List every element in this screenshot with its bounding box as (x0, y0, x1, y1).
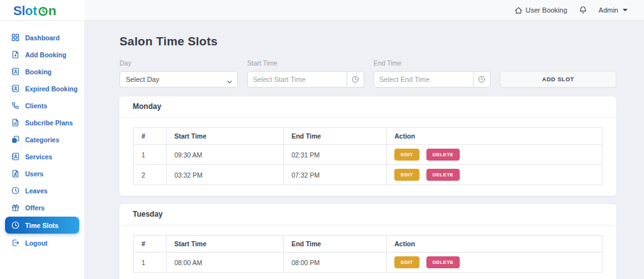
sidebar-item-offers[interactable]: Offers (0, 199, 84, 216)
logo-clock-icon (37, 4, 48, 16)
start-time-input[interactable] (247, 71, 347, 88)
column-header-start: Start Time (167, 236, 284, 253)
sidebar: Dashboard Add Booking Booking Expired Bo… (0, 21, 85, 279)
table-row: 2 03:32 PM 07:32 PM EDIT DELETE (134, 165, 602, 185)
sidebar-item-label: Time Slots (25, 222, 58, 229)
add-slot-button[interactable]: ADD SLOT (500, 71, 616, 88)
sidebar-item-categories[interactable]: Categories (0, 131, 84, 148)
subcribe-plans-icon (11, 118, 19, 127)
day-card-tuesday: Tuesday # Start Time End Time Action (119, 204, 616, 279)
day-card-title: Tuesday (119, 204, 616, 225)
sidebar-item-dashboard[interactable]: Dashboard (0, 29, 84, 46)
end-time-clock-icon[interactable] (474, 71, 491, 88)
start-time-clock-icon[interactable] (347, 71, 364, 88)
expired-booking-icon (11, 84, 19, 93)
caret-down-icon (623, 9, 628, 11)
topbar: Slot n User Booking Admin (0, 0, 644, 21)
time-slots-clock-icon (11, 221, 19, 229)
add-booking-icon (11, 50, 19, 59)
sidebar-item-label: Users (25, 170, 43, 178)
booking-icon (11, 67, 19, 76)
slot-num: 1 (134, 145, 167, 165)
app-window: Slot n User Booking Admin (0, 0, 644, 279)
sidebar-item-leaves[interactable]: Leaves (0, 182, 84, 199)
categories-icon (11, 135, 19, 144)
slot-end-time: 08:00 PM (284, 253, 387, 273)
slot-num: 1 (134, 253, 167, 273)
day-field-group: Day Select Day (119, 59, 238, 88)
admin-label: Admin (599, 6, 618, 14)
edit-button[interactable]: EDIT (394, 169, 419, 181)
sidebar-item-label: Logout (25, 239, 48, 247)
slot-end-time: 02:31 PM (284, 145, 387, 165)
logout-icon (11, 239, 19, 247)
day-select[interactable]: Select Day (119, 71, 238, 88)
table-row: 1 08:00 AM 08:00 PM EDIT DELETE (134, 253, 602, 273)
edit-button[interactable]: EDIT (394, 149, 419, 161)
app-logo[interactable]: Slot n (13, 4, 56, 17)
slot-num: 2 (134, 165, 167, 185)
sidebar-item-label: Services (25, 153, 52, 161)
sidebar-item-label: Offers (25, 204, 45, 212)
topbar-right: User Booking Admin (85, 0, 644, 20)
column-header-num: # (134, 236, 167, 253)
slot-form: Day Select Day Start Time (119, 59, 616, 88)
logo-text-slot: Slot (13, 4, 37, 17)
user-booking-label: User Booking (526, 6, 567, 14)
sidebar-item-label: Dashboard (25, 34, 60, 42)
start-time-label: Start Time (247, 59, 364, 67)
sidebar-item-services[interactable]: Services (0, 148, 84, 165)
services-icon (11, 152, 19, 161)
notifications-button[interactable] (579, 6, 587, 14)
slot-start-time: 09:30 AM (167, 145, 284, 165)
column-header-start: Start Time (167, 128, 284, 145)
sidebar-item-subcribe-plans[interactable]: Subcribe Plans (0, 114, 84, 131)
sidebar-item-clients[interactable]: Clients (0, 97, 84, 114)
table-row: 1 09:30 AM 02:31 PM EDIT DELETE (134, 145, 602, 165)
sidebar-item-label: Leaves (25, 187, 48, 195)
leaves-clock-icon (11, 186, 19, 195)
logo-text-n: n (48, 4, 56, 17)
sidebar-item-logout[interactable]: Logout (0, 234, 84, 251)
sidebar-item-label: Clients (25, 102, 47, 110)
day-label: Day (119, 59, 238, 67)
offers-gift-icon (11, 203, 19, 212)
clients-phone-icon (11, 101, 19, 110)
slot-start-time: 03:32 PM (167, 165, 284, 185)
bell-icon (579, 6, 587, 14)
users-icon (11, 169, 19, 178)
sidebar-item-users[interactable]: Users (0, 165, 84, 182)
column-header-end: End Time (284, 236, 387, 253)
monday-slots-table: # Start Time End Time Action 1 09:30 AM … (133, 127, 602, 185)
slot-end-time: 07:32 PM (284, 165, 387, 185)
dashboard-icon (11, 33, 19, 42)
start-time-field-group: Start Time (247, 59, 364, 88)
sidebar-item-booking[interactable]: Booking (0, 63, 84, 80)
column-header-end: End Time (284, 128, 387, 145)
delete-button[interactable]: DELETE (426, 256, 460, 268)
day-card-monday: Monday # Start Time End Time Action (119, 96, 616, 196)
home-icon (514, 6, 523, 14)
sidebar-item-expired-booking[interactable]: Expired Booking (0, 80, 84, 97)
edit-button[interactable]: EDIT (394, 256, 419, 268)
column-header-action: Action (387, 128, 602, 145)
delete-button[interactable]: DELETE (426, 169, 460, 181)
admin-menu[interactable]: Admin (599, 6, 628, 14)
user-booking-link[interactable]: User Booking (514, 6, 567, 14)
slot-start-time: 08:00 AM (167, 253, 284, 273)
main-content: Salon Time Slots Day Select Day Start Ti… (85, 21, 644, 279)
sidebar-item-label: Categories (25, 136, 59, 144)
sidebar-item-time-slots[interactable]: Time Slots (5, 217, 79, 234)
tuesday-slots-table: # Start Time End Time Action 1 08:00 AM … (133, 235, 602, 273)
sidebar-item-label: Booking (25, 68, 52, 76)
sidebar-item-add-booking[interactable]: Add Booking (0, 46, 84, 63)
delete-button[interactable]: DELETE (426, 149, 460, 161)
end-time-input[interactable] (374, 71, 474, 88)
sidebar-item-label: Add Booking (25, 51, 66, 59)
column-header-action: Action (387, 236, 602, 253)
column-header-num: # (134, 128, 167, 145)
logo-zone: Slot n (0, 0, 85, 20)
sidebar-item-label: Subcribe Plans (25, 119, 73, 127)
end-time-label: End Time (374, 59, 491, 67)
day-card-title: Monday (119, 96, 616, 118)
